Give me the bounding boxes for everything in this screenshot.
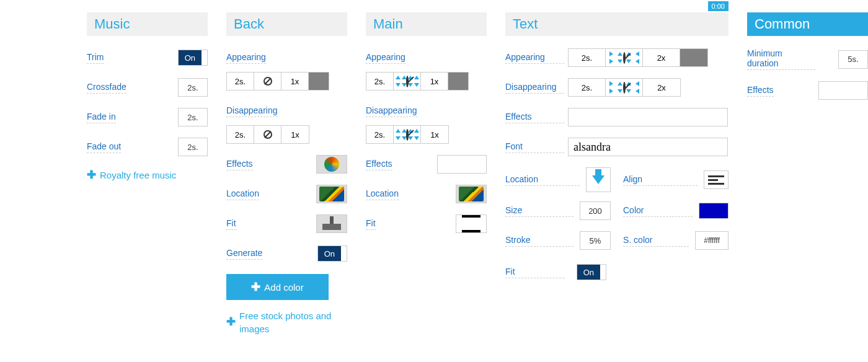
- main-header: Main: [366, 12, 487, 36]
- no-icon: [623, 82, 626, 94]
- back-appearing-mult[interactable]: 1x: [281, 73, 309, 90]
- fadein-input[interactable]: 2s.: [178, 108, 208, 126]
- timer-badge: 0:00: [708, 1, 728, 11]
- text-appearing-time[interactable]: 2s.: [569, 49, 606, 66]
- text-appearing-color[interactable]: [680, 49, 707, 66]
- common-effects-input[interactable]: [818, 81, 868, 100]
- back-appearing-time[interactable]: 2s.: [227, 73, 254, 90]
- text-fit-toggle[interactable]: On: [577, 264, 606, 280]
- text-scolor-label[interactable]: S. color: [623, 235, 689, 247]
- back-appearing-direction[interactable]: [254, 73, 281, 90]
- trim-label[interactable]: Trim: [87, 52, 104, 64]
- back-fit-label[interactable]: Fit: [226, 218, 236, 230]
- plus-icon: ✚: [87, 167, 96, 183]
- back-header: Back: [226, 12, 347, 36]
- arrow-down-icon: [592, 175, 604, 184]
- music-header: Music: [87, 12, 208, 36]
- free-stock-link[interactable]: ✚ Free stock photos and images: [226, 309, 347, 335]
- common-effects-label[interactable]: Effects: [747, 85, 774, 97]
- no-icon: [623, 52, 626, 64]
- plus-icon: ✚: [226, 314, 236, 330]
- text-align-select[interactable]: [704, 170, 728, 189]
- plus-icon: ✚: [251, 280, 260, 294]
- back-appearing-label[interactable]: Appearing: [226, 52, 266, 64]
- back-disappearing-group[interactable]: 2s. 1x: [226, 125, 309, 144]
- text-stroke-input[interactable]: 5%: [580, 231, 611, 250]
- text-color-swatch[interactable]: [699, 203, 728, 219]
- trim-toggle[interactable]: On: [178, 50, 208, 66]
- no-icon: [406, 129, 409, 141]
- text-align-label[interactable]: Align: [623, 174, 698, 186]
- main-appearing-color[interactable]: [448, 73, 468, 90]
- text-fit-label[interactable]: Fit: [505, 267, 564, 278]
- back-location-label[interactable]: Location: [226, 188, 259, 200]
- text-appearing-group[interactable]: 2s. 2x: [568, 48, 708, 67]
- common-minduration-input[interactable]: 5s.: [838, 50, 868, 69]
- back-disappearing-mult[interactable]: 1x: [281, 126, 309, 143]
- text-size-input[interactable]: 200: [580, 201, 611, 220]
- back-generate-label[interactable]: Generate: [226, 248, 262, 260]
- back-disappearing-direction[interactable]: [254, 126, 281, 143]
- crossfade-input[interactable]: 2s.: [178, 78, 208, 97]
- back-fit-thumb[interactable]: [316, 214, 347, 233]
- text-font-select[interactable]: alsandra: [568, 138, 728, 156]
- main-appearing-direction[interactable]: [394, 73, 421, 90]
- text-appearing-mult[interactable]: 2x: [643, 49, 680, 66]
- text-location-select[interactable]: [586, 167, 611, 192]
- main-appearing-mult[interactable]: 1x: [421, 73, 448, 90]
- main-disappearing-mult[interactable]: 1x: [421, 126, 448, 143]
- text-disappearing-time[interactable]: 2s.: [569, 79, 606, 96]
- back-disappearing-time[interactable]: 2s.: [227, 126, 254, 143]
- back-effects-thumb[interactable]: [316, 155, 347, 174]
- text-font-label[interactable]: Font: [505, 141, 564, 153]
- fadein-label[interactable]: Fade in: [87, 112, 116, 123]
- text-disappearing-group[interactable]: 2s. 2x: [568, 78, 681, 97]
- back-generate-toggle[interactable]: On: [317, 245, 347, 262]
- back-appearing-group[interactable]: 2s. 1x: [226, 72, 329, 90]
- add-color-button[interactable]: ✚ Add color: [226, 274, 329, 300]
- text-location-label[interactable]: Location: [505, 174, 580, 186]
- text-disappearing-label[interactable]: Disappearing: [505, 82, 564, 94]
- fadeout-label[interactable]: Fade out: [87, 141, 121, 153]
- main-appearing-time[interactable]: 2s.: [366, 73, 394, 90]
- main-appearing-label[interactable]: Appearing: [366, 52, 405, 64]
- no-icon: [264, 77, 272, 86]
- main-effects-label[interactable]: Effects: [366, 159, 392, 170]
- crossfade-label[interactable]: Crossfade: [87, 82, 126, 94]
- common-minduration-label[interactable]: Minimum duration: [747, 48, 815, 70]
- main-appearing-group[interactable]: 2s. 1x: [366, 72, 469, 90]
- main-location-label[interactable]: Location: [366, 188, 399, 200]
- no-icon: [264, 130, 272, 139]
- main-disappearing-group[interactable]: 2s. 1x: [366, 125, 449, 144]
- main-location-thumb[interactable]: [456, 185, 487, 203]
- text-color-label[interactable]: Color: [623, 205, 693, 217]
- main-disappearing-label[interactable]: Disappearing: [366, 105, 417, 117]
- main-disappearing-time[interactable]: 2s.: [366, 126, 394, 143]
- main-fit-thumb[interactable]: [456, 214, 487, 233]
- main-fit-label[interactable]: Fit: [366, 218, 376, 230]
- back-appearing-color[interactable]: [309, 73, 329, 90]
- text-appearing-direction[interactable]: [606, 49, 643, 66]
- text-scolor-input[interactable]: #ffffff: [695, 231, 728, 250]
- text-stroke-label[interactable]: Stroke: [505, 235, 574, 247]
- no-icon: [406, 76, 409, 87]
- main-effects-input[interactable]: [437, 155, 487, 174]
- text-effects-input[interactable]: [568, 108, 728, 126]
- back-disappearing-label[interactable]: Disappearing: [226, 105, 278, 117]
- royalty-free-music-link[interactable]: ✚ Royalty free music: [87, 167, 208, 183]
- text-disappearing-mult[interactable]: 2x: [643, 79, 680, 96]
- text-disappearing-direction[interactable]: [606, 79, 643, 96]
- back-effects-label[interactable]: Effects: [226, 159, 253, 170]
- back-location-thumb[interactable]: [316, 185, 347, 203]
- text-size-label[interactable]: Size: [505, 205, 574, 217]
- fadeout-input[interactable]: 2s.: [178, 138, 208, 156]
- main-disappearing-direction[interactable]: [394, 126, 421, 143]
- text-appearing-label[interactable]: Appearing: [505, 52, 564, 64]
- text-header: Text: [505, 12, 728, 36]
- text-effects-label[interactable]: Effects: [505, 112, 564, 123]
- common-header: Common: [747, 12, 868, 36]
